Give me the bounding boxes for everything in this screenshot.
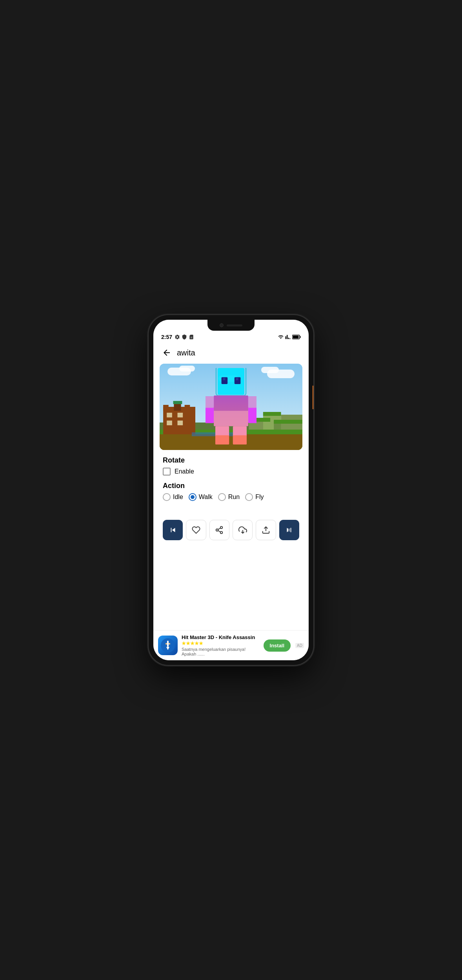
svg-rect-13: [263, 412, 281, 416]
svg-rect-16: [163, 405, 169, 411]
ad-stars: ★★★★★: [182, 641, 203, 646]
character-background: [160, 364, 302, 450]
character-preview: [160, 364, 302, 450]
ad-tag: AD: [295, 643, 304, 648]
svg-rect-23: [173, 401, 182, 404]
minecraft-character: [206, 368, 256, 444]
enable-checkbox[interactable]: [163, 468, 171, 475]
svg-line-46: [218, 530, 220, 532]
wifi-icon: [278, 334, 284, 340]
rotate-group: Rotate Enable: [163, 456, 299, 475]
svg-point-53: [166, 643, 167, 645]
ad-banner: Hit Master 3D - Knife Assassin ★★★★★ Saa…: [153, 630, 309, 660]
svg-rect-41: [233, 435, 247, 444]
radio-fly-label: Fly: [255, 494, 264, 501]
action-group: Action Idle Walk: [163, 482, 299, 501]
camera: [220, 323, 224, 327]
signal-icon: [285, 334, 291, 340]
svg-rect-51: [167, 641, 169, 647]
radio-fly[interactable]: Fly: [245, 493, 264, 501]
back-button[interactable]: [160, 346, 174, 360]
svg-rect-35: [206, 396, 214, 408]
svg-rect-37: [248, 396, 256, 408]
svg-rect-2: [293, 336, 299, 339]
svg-rect-18: [185, 405, 190, 411]
svg-point-45: [220, 532, 223, 534]
action-buttons-row: [153, 514, 309, 546]
svg-line-47: [218, 528, 220, 530]
shield-icon: [182, 334, 187, 340]
action-label: Action: [163, 482, 299, 490]
speaker: [227, 324, 242, 326]
radio-idle-circle: [163, 493, 171, 501]
radio-run-circle: [218, 493, 226, 501]
share-button[interactable]: [209, 520, 229, 540]
ad-subtitle: Saatnya mengeluarkan pisaunya! Apakah ..…: [182, 647, 260, 656]
svg-point-54: [169, 643, 170, 645]
settings-icon: [175, 334, 180, 340]
svg-rect-20: [178, 413, 183, 417]
radio-walk-label: Walk: [199, 494, 213, 501]
radio-walk[interactable]: Walk: [189, 493, 213, 501]
ad-install-button[interactable]: Install: [264, 639, 291, 652]
prev-button[interactable]: [163, 520, 183, 540]
radio-fly-circle: [245, 493, 253, 501]
ad-app-icon: [158, 636, 178, 655]
radio-walk-circle: [189, 493, 196, 501]
phone-screen: 2:57: [153, 320, 309, 660]
enable-label: Enable: [175, 468, 194, 475]
svg-rect-14: [274, 420, 302, 424]
notch: [207, 320, 255, 331]
ad-title: Hit Master 3D - Knife Assassin ★★★★★: [182, 634, 260, 646]
app-header: awita: [153, 342, 309, 364]
next-button[interactable]: [279, 520, 299, 540]
svg-point-44: [216, 529, 218, 531]
page-title: awita: [177, 348, 195, 357]
sim-icon: [189, 334, 194, 340]
radio-run-label: Run: [228, 494, 240, 501]
radio-idle[interactable]: Idle: [163, 493, 183, 501]
content-spacer: [153, 546, 309, 625]
svg-rect-1: [300, 336, 301, 338]
svg-rect-42: [214, 411, 248, 426]
svg-rect-29: [223, 378, 226, 380]
svg-point-43: [220, 526, 223, 529]
svg-rect-22: [178, 421, 183, 425]
svg-rect-40: [215, 435, 229, 444]
action-radio-row: Idle Walk Run: [163, 493, 299, 501]
favorite-button[interactable]: [186, 520, 206, 540]
app-content: awita: [153, 342, 309, 630]
controls-section: Rotate Enable Action Idle: [153, 456, 309, 514]
ad-content: Hit Master 3D - Knife Assassin ★★★★★ Saa…: [182, 634, 260, 656]
radio-run[interactable]: Run: [218, 493, 240, 501]
battery-icon: [292, 335, 301, 339]
cloud-4: [261, 367, 279, 373]
status-time: 2:57: [161, 334, 172, 340]
rotate-label: Rotate: [163, 456, 299, 464]
cloud-2: [179, 366, 195, 372]
radio-idle-label: Idle: [173, 494, 183, 501]
svg-rect-19: [167, 413, 172, 417]
download-button[interactable]: [233, 520, 253, 540]
svg-rect-21: [167, 421, 172, 425]
phone-frame: 2:57: [149, 315, 313, 665]
export-button[interactable]: [256, 520, 276, 540]
svg-rect-30: [236, 378, 238, 380]
power-button-side[interactable]: [313, 386, 313, 409]
enable-checkbox-row: Enable: [163, 468, 299, 475]
